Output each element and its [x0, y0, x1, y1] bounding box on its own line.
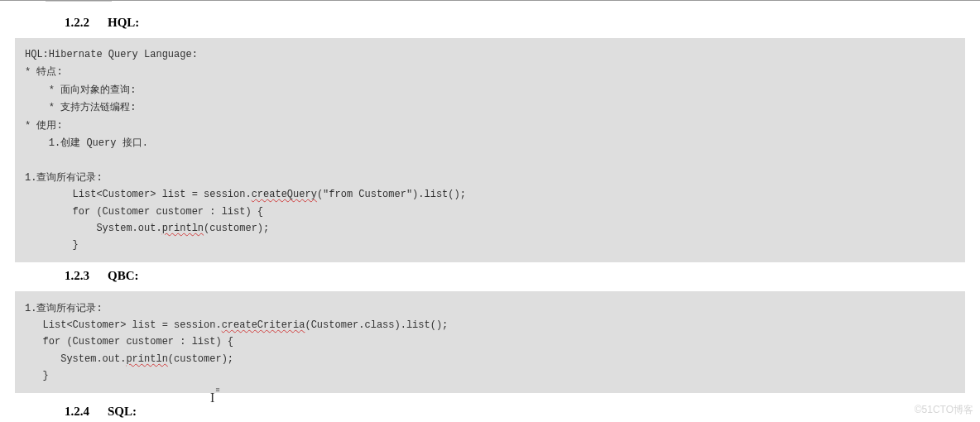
code-line: [25, 154, 31, 165]
code-text: :: [130, 84, 136, 96]
code-text-squiggle: createQuery: [252, 189, 317, 200]
code-text: :: [56, 120, 62, 132]
code-line: }: [25, 239, 79, 251]
heading-number: 1.2.4: [65, 405, 89, 419]
code-text: :: [96, 172, 102, 184]
text-cursor-icon: I≡: [210, 391, 219, 405]
code-text: 支持方法链编程: [60, 101, 130, 113]
code-text: 使用: [36, 119, 56, 131]
code-text: 查询所有记录: [36, 171, 96, 183]
code-line: *: [25, 120, 36, 132]
heading-number: 1.2.2: [65, 16, 89, 30]
heading-1-2-4: 1.2.4SQL:: [0, 393, 980, 422]
code-text: :: [56, 66, 62, 78]
heading-title: SQL:: [108, 405, 137, 418]
code-line: *: [25, 84, 60, 96]
heading-1-2-2: 1.2.2HQL:: [0, 9, 980, 38]
tab-indicator: [46, 0, 112, 2]
code-line: *: [25, 66, 36, 78]
code-text: :: [96, 303, 102, 314]
code-text: 接口: [122, 137, 142, 148]
document-content: 1.2.2HQL: HQL:Hibernate Query Language: …: [0, 1, 980, 422]
code-block-hql: HQL:Hibernate Query Language: * 特点: * 面向…: [15, 38, 965, 262]
watermark: ©51CTO博客: [915, 403, 973, 417]
code-line: List<Customer> list = session.: [25, 319, 222, 331]
code-line: }: [25, 370, 49, 381]
code-text: 查询所有记录: [36, 302, 96, 314]
code-text: Query: [80, 137, 122, 149]
heading-title: QBC:: [108, 269, 139, 282]
code-line: System.out.: [25, 223, 162, 234]
code-text: :: [130, 102, 136, 113]
code-text: (customer);: [168, 353, 233, 365]
code-line: for (Customer customer : list) {: [25, 336, 233, 348]
code-line: for (Customer customer : list) {: [25, 206, 263, 218]
code-block-qbc: 1.查询所有记录: List<Customer> list = session.…: [15, 291, 965, 393]
code-text: (customer);: [204, 223, 269, 234]
code-line: System.out.: [25, 353, 126, 365]
code-text: 创建: [60, 137, 80, 148]
code-line: 1.: [25, 303, 36, 314]
code-text-squiggle: createCriteria: [222, 319, 305, 331]
code-text: (Customer.class).list();: [305, 319, 448, 331]
code-text: .: [142, 137, 148, 149]
code-text-squiggle: println: [162, 223, 204, 234]
code-line: *: [25, 102, 60, 113]
code-line: HQL:Hibernate Query Language:: [25, 49, 198, 60]
code-text-squiggle: println: [126, 353, 167, 365]
code-line: List<Customer> list = session.: [25, 189, 252, 200]
code-line: 1.: [25, 172, 36, 184]
heading-title: HQL:: [108, 16, 139, 29]
code-line: 1.: [25, 137, 60, 149]
code-text: ("from Customer").list();: [317, 189, 466, 200]
code-text: 特点: [36, 65, 56, 77]
code-text: 面向对象的查询: [60, 84, 130, 95]
heading-number: 1.2.3: [65, 269, 89, 283]
heading-1-2-3: 1.2.3QBC:: [0, 262, 980, 291]
